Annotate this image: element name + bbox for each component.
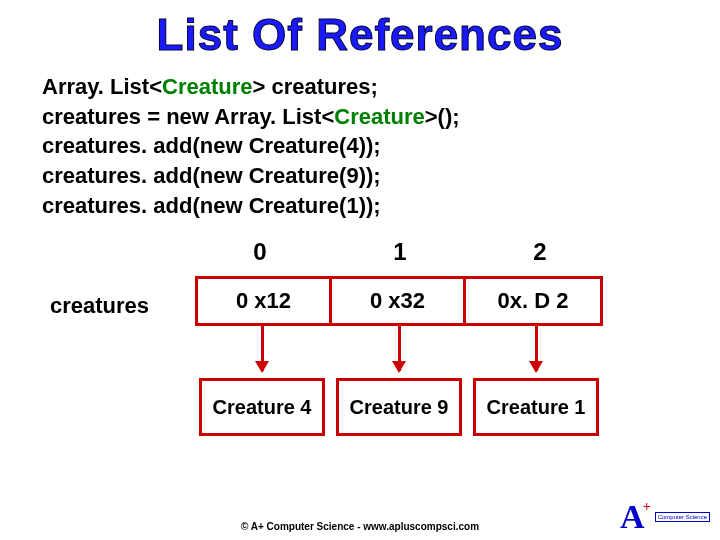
object-box-2: Creature 1 xyxy=(473,378,599,436)
code-line-3: creatures. add(new Creature(4)); xyxy=(42,131,678,161)
aplus-logo: A + Computer Science xyxy=(620,500,710,534)
slide-title: List Of References xyxy=(0,0,720,60)
code-text: >(); xyxy=(425,104,460,129)
object-box-0: Creature 4 xyxy=(199,378,325,436)
type-param: Creature xyxy=(334,104,424,129)
arrow-0 xyxy=(261,323,264,371)
object-box-1: Creature 9 xyxy=(336,378,462,436)
logo-letter: A xyxy=(620,500,645,534)
index-0: 0 xyxy=(195,238,325,266)
logo-text: Computer Science xyxy=(655,512,710,522)
type-param: Creature xyxy=(162,74,252,99)
index-1: 1 xyxy=(335,238,465,266)
arrow-1 xyxy=(398,323,401,371)
ref-cell-0: 0 x12 xyxy=(198,279,332,323)
code-text: creatures = new Array. List< xyxy=(42,104,334,129)
logo-plus-icon: + xyxy=(643,499,651,515)
code-text: > creatures; xyxy=(253,74,378,99)
ref-cell-1: 0 x32 xyxy=(332,279,466,323)
code-line-5: creatures. add(new Creature(1)); xyxy=(42,191,678,221)
copyright-footer: © A+ Computer Science - www.apluscompsci… xyxy=(0,521,720,532)
code-block: Array. List<Creature> creatures; creatur… xyxy=(0,60,720,220)
code-text: Array. List< xyxy=(42,74,162,99)
reference-diagram: creatures 0 1 2 0 x12 0 x32 0x. D 2 Crea… xyxy=(0,238,720,478)
index-2: 2 xyxy=(475,238,605,266)
array-label: creatures xyxy=(50,293,149,319)
ref-cell-2: 0x. D 2 xyxy=(466,279,600,323)
reference-row: 0 x12 0 x32 0x. D 2 xyxy=(195,276,603,326)
arrow-2 xyxy=(535,323,538,371)
code-line-2: creatures = new Array. List<Creature>(); xyxy=(42,102,678,132)
code-line-4: creatures. add(new Creature(9)); xyxy=(42,161,678,191)
code-line-1: Array. List<Creature> creatures; xyxy=(42,72,678,102)
